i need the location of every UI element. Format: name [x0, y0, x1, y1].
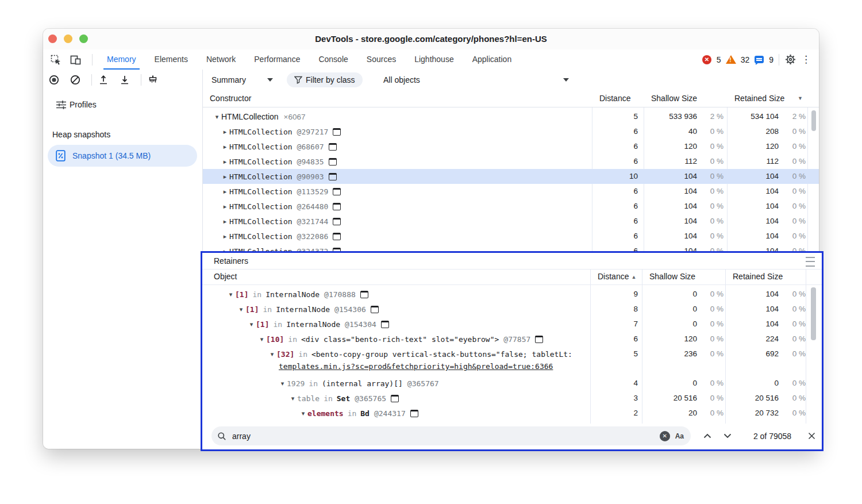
vertical-scrollbar-thumb[interactable]: [811, 110, 816, 131]
constructor-group-row[interactable]: HTMLCollection ×6067 5 533 936 2 % 534 1…: [202, 109, 819, 124]
expand-icon[interactable]: [221, 188, 229, 195]
distance-column-header[interactable]: Distance: [598, 269, 636, 284]
collapse-icon[interactable]: [278, 380, 287, 387]
tab-console[interactable]: Console: [309, 49, 357, 70]
chevron-down-icon: [267, 78, 273, 82]
tab-elements[interactable]: Elements: [145, 49, 197, 70]
frame-icon[interactable]: [329, 143, 337, 151]
vertical-scrollbar-thumb[interactable]: [811, 287, 816, 340]
warning-count-icon[interactable]: [726, 55, 736, 64]
devtools-tabbar: Memory Elements Network Performance Cons…: [43, 49, 819, 70]
inspect-element-icon[interactable]: [49, 53, 62, 66]
collapse-icon[interactable]: [299, 410, 307, 417]
object-column-header[interactable]: Object: [214, 269, 237, 284]
frame-icon[interactable]: [329, 158, 337, 166]
more-options-kebab-icon[interactable]: ⋮: [801, 55, 811, 64]
distance-column-header[interactable]: Distance: [599, 90, 630, 107]
close-search-icon[interactable]: [805, 426, 818, 445]
frame-icon[interactable]: [333, 188, 341, 195]
retainer-row[interactable]: table in Set @365765 3 20 516 0 % 20 516…: [202, 391, 822, 406]
frame-icon[interactable]: [371, 306, 379, 313]
constructor-column-header[interactable]: Constructor: [210, 90, 251, 107]
expand-icon[interactable]: [221, 158, 229, 166]
settings-gear-icon[interactable]: [784, 54, 796, 66]
tab-network[interactable]: Network: [197, 49, 245, 70]
heap-object-row[interactable]: HTMLCollection @321744 6 104 0 % 104 0 %: [202, 214, 819, 229]
collapse-icon[interactable]: [268, 351, 276, 358]
shallow-size-column-header[interactable]: Shallow Size: [649, 269, 695, 284]
pane-menu-icon[interactable]: [806, 257, 815, 267]
heap-object-row-selected[interactable]: HTMLCollection @90903 10 104 0 % 104 0 %: [202, 169, 819, 184]
error-count[interactable]: 5: [717, 55, 721, 64]
next-result-button[interactable]: [720, 426, 735, 445]
device-toolbar-icon[interactable]: [70, 53, 82, 66]
search-icon: [217, 432, 226, 441]
clear-search-icon[interactable]: ✕: [660, 431, 670, 441]
shallow-size-column-header[interactable]: Shallow Size: [651, 90, 697, 107]
frame-icon[interactable]: [410, 410, 418, 417]
perspective-select[interactable]: Summary: [211, 70, 246, 90]
previous-result-button[interactable]: [700, 426, 715, 445]
sidebar-item-profiles[interactable]: Profiles: [43, 95, 202, 114]
retainer-row[interactable]: [32] in <bento-copy-group vertical-stack…: [202, 347, 822, 361]
retainer-row[interactable]: [1] in InternalNode @170888 9 0 0 % 104 …: [202, 287, 822, 302]
match-case-toggle[interactable]: Aa: [675, 432, 684, 440]
tab-application[interactable]: Application: [463, 49, 521, 70]
heap-object-row[interactable]: HTMLCollection @264480 6 104 0 % 104 0 %: [202, 199, 819, 214]
collapse-icon[interactable]: [237, 306, 245, 313]
frame-icon[interactable]: [333, 203, 341, 210]
issue-count[interactable]: 9: [769, 55, 774, 64]
expand-icon[interactable]: [221, 143, 229, 151]
expand-icon[interactable]: [221, 233, 229, 240]
expand-icon[interactable]: [221, 218, 229, 225]
object-filter-select[interactable]: All objects: [383, 70, 420, 90]
frame-icon[interactable]: [535, 336, 543, 343]
frame-icon[interactable]: [360, 291, 368, 298]
save-profile-icon[interactable]: [118, 74, 131, 86]
frame-icon[interactable]: [333, 233, 341, 240]
clear-profiles-icon[interactable]: [69, 74, 82, 86]
retainer-row[interactable]: [1] in InternalNode @154304 7 0 0 % 104 …: [202, 317, 822, 332]
tab-sources[interactable]: Sources: [357, 49, 405, 70]
frame-icon[interactable]: [333, 218, 341, 225]
retainers-grid-header: Object Distance Shallow Size Retained Si…: [202, 269, 822, 285]
search-input[interactable]: [231, 431, 660, 441]
collapse-icon[interactable]: [257, 336, 266, 343]
collapse-icon[interactable]: [288, 395, 297, 402]
tab-lighthouse[interactable]: Lighthouse: [405, 49, 463, 70]
tab-performance[interactable]: Performance: [245, 49, 309, 70]
heap-object-row[interactable]: HTMLCollection @94835 6 112 0 % 112 0 %: [202, 154, 819, 169]
error-count-icon[interactable]: ✕: [702, 55, 711, 64]
warning-count[interactable]: 32: [741, 55, 750, 64]
retained-size-column-header[interactable]: Retained Size: [733, 269, 783, 284]
collapse-icon[interactable]: [213, 113, 221, 121]
issues-icon[interactable]: [755, 55, 764, 64]
expand-icon[interactable]: [221, 128, 229, 136]
frame-icon[interactable]: [329, 173, 337, 180]
load-profile-icon[interactable]: [97, 74, 110, 86]
expand-icon[interactable]: [221, 173, 229, 180]
frame-icon[interactable]: [333, 128, 341, 136]
retainer-row[interactable]: 1929 in (internal array)[] @365767 4 0 0…: [202, 376, 822, 391]
frame-icon[interactable]: [391, 395, 399, 402]
heap-object-row[interactable]: HTMLCollection @68607 6 120 0 % 120 0 %: [202, 139, 819, 154]
heap-object-row[interactable]: HTMLCollection @297217 6 40 0 % 208 0 %: [202, 124, 819, 139]
retainer-row[interactable]: [1] in InternalNode @154306 8 0 0 % 104 …: [202, 302, 822, 317]
collapse-icon[interactable]: [247, 321, 256, 328]
sort-descending-icon: ▼: [798, 90, 803, 107]
source-location-link[interactable]: templates.min.js?sc=prod&fetchpriority=h…: [279, 360, 553, 373]
heap-object-row[interactable]: HTMLCollection @113529 6 104 0 % 104 0 %: [202, 184, 819, 199]
frame-icon[interactable]: [381, 321, 389, 328]
expand-icon[interactable]: [221, 203, 229, 210]
search-bar: ✕ Aa: [211, 426, 691, 445]
heap-object-row[interactable]: HTMLCollection @322086 6 104 0 % 104 0 %: [202, 229, 819, 244]
record-heap-snapshot-icon[interactable]: [48, 74, 60, 86]
filter-by-class-chip[interactable]: Filter by class: [287, 72, 363, 87]
sidebar-item-snapshot-1[interactable]: Snapshot 1 (34.5 MB): [48, 145, 197, 167]
retained-size-column-header[interactable]: Retained Size: [734, 90, 784, 107]
clear-brush-icon[interactable]: [147, 74, 159, 86]
retainer-row[interactable]: [10] in <div class="bento-rich-text" slo…: [202, 332, 822, 347]
collapse-icon[interactable]: [226, 291, 235, 298]
retainer-row[interactable]: elements in Bd @244317 2 20 0 % 20 732 0…: [202, 406, 822, 421]
tab-memory[interactable]: Memory: [98, 49, 145, 70]
